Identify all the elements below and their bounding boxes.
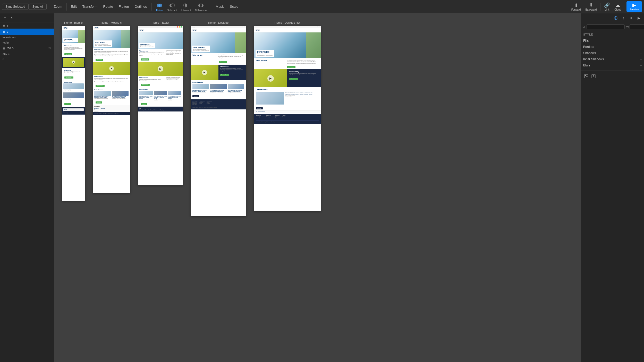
hd-footer-bottom: Privacy policy | Cookie policy | Goldman… [256, 120, 319, 123]
desktop-news-cta[interactable]: View more [192, 95, 199, 97]
upload-icon[interactable]: ↑ [620, 15, 626, 21]
edit-button[interactable]: EdIt [68, 4, 79, 10]
union-button[interactable]: Union [154, 1, 165, 12]
collapse-button[interactable]: ∧ [9, 15, 14, 21]
hd-who-cta[interactable]: More about us [287, 66, 295, 68]
tablet-news-cta[interactable]: Read more [141, 103, 147, 105]
link-button[interactable]: 🔗 Link [602, 2, 612, 12]
mobile-header: IPM [62, 26, 85, 30]
hd-window-bar: — □ ✕ [254, 26, 321, 28]
run-icon[interactable]: ▶ [636, 15, 642, 21]
x-input[interactable] [587, 24, 625, 29]
hd-news-cta[interactable]: More news [256, 107, 263, 109]
preview-button[interactable]: ▶ Preview [626, 1, 642, 12]
tablet-cta[interactable]: More about us [141, 58, 149, 61]
add-layer-button[interactable]: + [2, 15, 8, 21]
desktop-phil-cta[interactable]: What we believe in [220, 74, 229, 76]
backward-button[interactable]: ⬇ Backward [583, 2, 599, 12]
mobile-philosophy-cta[interactable]: What we believe in [64, 76, 73, 79]
layer-item-1[interactable]: ▣ s [0, 22, 54, 29]
blurs-add-icon[interactable]: + [640, 63, 642, 67]
fills-property[interactable]: Fills + [583, 38, 642, 44]
flatten-button[interactable]: Flatten [116, 4, 132, 10]
mobile-who-text: One simple but powerful observation driv… [63, 47, 84, 51]
ted-p-layer[interactable]: ted p [0, 40, 54, 45]
desktop-maximize-icon[interactable]: □ [243, 26, 243, 28]
difference-button[interactable]: Difference [193, 1, 209, 12]
borders-add-icon[interactable]: + [640, 45, 642, 49]
tablet-play-btn[interactable]: ▶ [158, 66, 163, 72]
desktop-minimize-icon[interactable]: — [241, 26, 242, 28]
outlines-button[interactable]: Outlines [132, 4, 150, 10]
forward-button[interactable]: ⬆ Forward [569, 2, 583, 12]
opy3-layer[interactable]: opy 3 [0, 51, 54, 56]
fills-add-icon[interactable]: + [640, 39, 642, 43]
frame-box-mobile-xl[interactable]: IPM INFORMED A fresh and honest process,… [93, 26, 130, 193]
tablet-phil-cta[interactable]: What we believe in [141, 84, 150, 86]
mxl-play-btn[interactable]: ▶ [109, 66, 114, 71]
mobile-news-cta[interactable]: Read more [64, 103, 71, 105]
hd-hero: INFORMED A fresh and honest process,from… [254, 32, 321, 58]
hd-win-3[interactable]: ✕ [319, 26, 319, 28]
scale-button[interactable]: Scale [227, 4, 241, 10]
frame-box-tablet[interactable]: IPM INFORMED A fresh and honest process,… [138, 26, 183, 185]
investmen-layer[interactable]: investmen [0, 35, 54, 40]
layer-item-3[interactable]: ▣ ted p 👁 [0, 45, 54, 51]
intersect-button[interactable]: Intersect [179, 1, 193, 12]
mobile-news-body-2: Lorem ipsum dolor sit amet consectetur [63, 100, 84, 101]
frame-box-desktop[interactable]: ⬤ ⬤ ⬤ — □ ✕ IPM INFORMED [191, 26, 246, 216]
rotate-button[interactable]: Rotate [101, 4, 116, 10]
mxl-cta[interactable]: More about us [96, 59, 103, 61]
hd-hero-title: INFORMED [257, 51, 273, 53]
top-toolbar: Sync Selected Sync All Zoom EdIt Transfo… [0, 0, 644, 13]
bottom-layer[interactable]: 3 [0, 56, 54, 62]
shadows-property[interactable]: Shadows + [583, 50, 642, 56]
subtract-button[interactable]: Subtract [165, 1, 179, 12]
mxl-phil-cta[interactable]: What we believe in [96, 85, 105, 87]
style-section: STYLE Fills + Borders + Shadows + Inner … [581, 31, 644, 71]
sync-all-button[interactable]: Sync All [29, 4, 47, 10]
mxl-who-title: Who we are [94, 49, 129, 50]
mxl-news-img-2 [112, 91, 129, 96]
desktop-close-icon[interactable]: ✕ [244, 26, 245, 28]
union-icon [156, 2, 163, 9]
w-label: W [626, 25, 629, 28]
frame-box-desktop-hd[interactable]: — □ ✕ IPM INFORMED A fresh and honest pr… [254, 26, 321, 211]
hd-win-2[interactable]: □ [317, 26, 318, 28]
hd-phil-cta[interactable]: What we believe in [289, 78, 298, 80]
difference-label: Difference [195, 9, 207, 12]
inner-shadows-property[interactable]: Inner Shadows + [583, 56, 642, 62]
frame-box-mobile[interactable]: IPM INFORMED A fresh and honest process,… [62, 26, 85, 201]
tablet-who-aside: One simple but powerful observation driv… [165, 50, 181, 61]
hd-play-btn[interactable]: ▶ [267, 75, 274, 82]
mobile-philosophy-text: We invest responsibly dimensions above a… [63, 71, 84, 74]
blurs-property[interactable]: Blurs + [583, 62, 642, 68]
canvas-area[interactable]: Home - mobile IPM INFORMED A fresh and h… [54, 13, 581, 362]
cloud-button[interactable]: ☁ Cloud [612, 2, 623, 12]
inner-shadows-label: Inner Shadows [583, 57, 604, 61]
separator-6 [625, 3, 625, 11]
design-tab-icon[interactable] [613, 15, 619, 21]
zoom-button[interactable]: Zoom [51, 4, 65, 10]
sync-selected-button[interactable]: Sync Selected [2, 4, 29, 10]
export-icon[interactable] [590, 73, 597, 79]
mask-button[interactable]: Mask [213, 4, 226, 10]
transform-button[interactable]: Transform [80, 4, 100, 10]
desktop-play-btn[interactable]: ▶ [202, 70, 207, 75]
hd-win-1[interactable]: — [315, 26, 316, 28]
layer-label-3: ted p [7, 46, 14, 50]
hd-hero-sub: A fresh and honest process,from inspirat… [257, 53, 273, 56]
tablet-who-title: Who we are [139, 50, 165, 52]
mobile-play-btn[interactable]: ▶ [72, 61, 75, 64]
image-icon[interactable] [583, 73, 589, 79]
x-icon[interactable]: X [628, 15, 634, 21]
w-input[interactable] [630, 24, 644, 29]
desktop-who-cta[interactable]: More about us [219, 61, 226, 63]
mobile-cta-btn[interactable]: More about us [64, 53, 72, 55]
inner-shadows-add-icon[interactable]: + [640, 57, 642, 61]
layer-item-2[interactable]: ▣ s [0, 29, 54, 35]
shadows-add-icon[interactable]: + [640, 51, 642, 55]
borders-property[interactable]: Borders + [583, 44, 642, 50]
hd-footer-col-1: Who we are Responsible investing Sustain… [256, 115, 263, 119]
mxl-read-more[interactable]: Book More [96, 101, 102, 104]
